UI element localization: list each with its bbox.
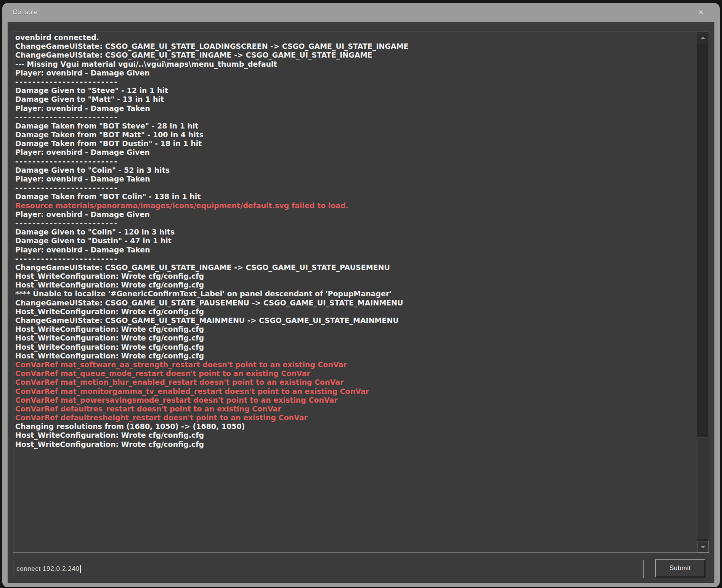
console-line: Host_WriteConfiguration: Wrote cfg/confi…	[15, 431, 697, 440]
console-line: Player: ovenbird - Damage Given	[15, 210, 697, 219]
command-input[interactable]: connect 192.0.2.240	[13, 560, 644, 578]
console-line: ConVarRef mat_software_aa_strength_resta…	[15, 360, 697, 369]
console-line: Damage Taken from "BOT Colin" - 138 in 1…	[15, 192, 697, 201]
title-bar[interactable]: Console ✕	[2, 3, 720, 22]
console-line: ConVarRef mat_queue_mode_restart doesn't…	[15, 369, 697, 378]
console-line: ChangeGameUIState: CSGO_GAME_UI_STATE_IN…	[15, 51, 697, 59]
console-line: Damage Given to "Dustin" - 47 in 1 hit	[15, 236, 697, 245]
console-line: Host_WriteConfiguration: Wrote cfg/confi…	[15, 307, 697, 316]
console-line: Damage Given to "Steve" - 12 in 1 hit	[15, 86, 697, 95]
console-line: ------------------------	[15, 77, 697, 86]
close-button[interactable]: ✕	[696, 8, 706, 18]
console-window: Console ✕ ovenbird connected.ChangeGameU…	[2, 3, 720, 587]
console-line: ConVarRef defaultres_restart doesn't poi…	[15, 405, 697, 413]
arrow-down-icon	[700, 546, 706, 548]
scroll-up-button[interactable]	[697, 32, 709, 43]
console-line: Player: ovenbird - Damage Given	[15, 69, 697, 77]
console-line: Damage Given to "Colin" - 120 in 3 hits	[15, 228, 697, 236]
console-line: **** Unable to localize '#GenericConfirm…	[15, 289, 697, 298]
submit-button-label: Submit	[669, 564, 691, 572]
close-icon: ✕	[698, 9, 704, 16]
console-line: ChangeGameUIState: CSGO_GAME_UI_STATE_IN…	[15, 263, 697, 272]
console-line: ------------------------	[15, 254, 697, 263]
console-line: ------------------------	[15, 113, 697, 122]
console-line: Damage Taken from "BOT Matt" - 100 in 4 …	[15, 130, 697, 139]
console-line: ConVarRef mat_powersavingsmode_restart d…	[15, 396, 697, 405]
console-line: ConVarRef mat_monitorgamma_tv_enabled_re…	[15, 387, 697, 396]
console-line: Host_WriteConfiguration: Wrote cfg/confi…	[15, 334, 697, 342]
console-line: Changing resolutions from (1680, 1050) -…	[15, 422, 697, 431]
console-output[interactable]: ovenbird connected.ChangeGameUIState: CS…	[13, 32, 709, 553]
scroll-down-button[interactable]	[697, 541, 709, 553]
console-line: ConVarRef mat_motion_blur_enabled_restar…	[15, 378, 697, 387]
console-line: ChangeGameUIState: CSGO_GAME_UI_STATE_MA…	[15, 316, 697, 325]
console-line: Damage Given to "Colin" - 52 in 3 hits	[15, 166, 697, 175]
console-line: ConVarRef defaultresheight_restart doesn…	[15, 413, 697, 422]
scrollbar[interactable]	[697, 32, 709, 553]
console-line: Player: ovenbird - Damage Taken	[15, 104, 697, 113]
console-line: ------------------------	[15, 219, 697, 228]
console-line: ChangeGameUIState: CSGO_GAME_UI_STATE_PA…	[15, 299, 697, 307]
console-line: ------------------------	[15, 157, 697, 166]
console-line: Player: ovenbird - Damage Taken	[15, 246, 697, 254]
console-line: Damage Taken from "BOT Dustin" - 18 in 1…	[15, 139, 697, 148]
console-line: Host_WriteConfiguration: Wrote cfg/confi…	[15, 325, 697, 334]
text-caret	[80, 565, 81, 573]
console-line: --- Missing Vgui material vgui/..\vgui\m…	[15, 60, 697, 69]
console-line: Host_WriteConfiguration: Wrote cfg/confi…	[15, 281, 697, 289]
console-line: Damage Taken from "BOT Steve" - 28 in 1 …	[15, 122, 697, 130]
console-output-lines: ovenbird connected.ChangeGameUIState: CS…	[13, 32, 697, 553]
window-title: Console	[13, 8, 38, 16]
console-line: Host_WriteConfiguration: Wrote cfg/confi…	[15, 272, 697, 281]
console-line: Host_WriteConfiguration: Wrote cfg/confi…	[15, 343, 697, 352]
console-panel: ovenbird connected.ChangeGameUIState: CS…	[8, 22, 714, 583]
console-line: ------------------------	[15, 183, 697, 192]
console-line: Host_WriteConfiguration: Wrote cfg/confi…	[15, 352, 697, 360]
console-line: Player: ovenbird - Damage Given	[15, 148, 697, 157]
console-line: ovenbird connected.	[15, 33, 697, 42]
console-line: Player: ovenbird - Damage Taken	[15, 175, 697, 183]
console-line: Host_WriteConfiguration: Wrote cfg/confi…	[15, 440, 697, 449]
console-line: Damage Given to "Matt" - 13 in 1 hit	[15, 95, 697, 104]
scroll-thumb[interactable]	[698, 437, 708, 539]
console-line: Resource materials/panorama/images/icons…	[15, 201, 697, 210]
submit-button[interactable]: Submit	[655, 559, 705, 577]
console-line: ChangeGameUIState: CSGO_GAME_UI_STATE_LO…	[15, 42, 697, 51]
arrow-up-icon	[700, 37, 706, 39]
command-input-text: connect 192.0.2.240	[16, 565, 79, 573]
